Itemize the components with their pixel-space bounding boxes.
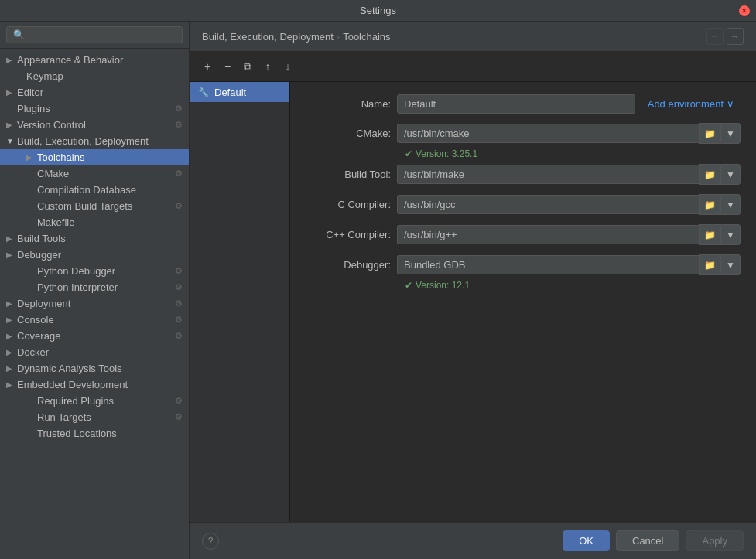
debugger-input[interactable] [397, 255, 699, 274]
name-input[interactable] [397, 94, 635, 114]
sidebar-item-keymap[interactable]: Keymap [0, 68, 189, 84]
sidebar-item-toolchains[interactable]: ▶ Toolchains [0, 149, 189, 165]
c-compiler-input[interactable] [397, 195, 699, 214]
sidebar-item-build-execution-deployment[interactable]: ▼ Build, Execution, Deployment [0, 133, 189, 149]
bottom-bar: ? OK Cancel Apply [190, 522, 756, 559]
sidebar-item-label: Coverage [17, 330, 175, 342]
cpp-compiler-input-group: 📁 ▼ [397, 224, 741, 245]
sidebar-item-label: Debugger [17, 249, 183, 261]
arrow-icon: ▶ [6, 348, 15, 356]
content-area: Build, Execution, Deployment › Toolchain… [190, 22, 756, 559]
sidebar-item-deployment[interactable]: ▶ Deployment ⚙ [0, 295, 189, 312]
arrow-icon: ▶ [6, 251, 15, 259]
sidebar-item-label: Required Plugins [37, 395, 175, 407]
toolchains-panel: + − ⧉ ↑ ↓ 🔧 Default [190, 52, 756, 522]
sidebar-item-version-control[interactable]: ▶ Version Control ⚙ [0, 117, 189, 133]
build-tool-input-group: 📁 ▼ [397, 164, 741, 185]
sidebar-item-appearance-behavior[interactable]: ▶ Appearance & Behavior [0, 52, 189, 68]
settings-icon: ⚙ [175, 412, 183, 422]
sidebar-item-label: Embedded Development [17, 379, 183, 390]
sidebar-item-console[interactable]: ▶ Console ⚙ [0, 312, 189, 328]
sidebar-item-plugins[interactable]: Plugins ⚙ [0, 101, 189, 117]
sidebar-item-required-plugins[interactable]: Required Plugins ⚙ [0, 393, 189, 409]
sidebar-item-editor[interactable]: ▶ Editor [0, 84, 189, 101]
settings-icon: ⚙ [175, 169, 183, 179]
sidebar-item-label: Compilation Database [37, 184, 183, 196]
cpp-compiler-dropdown-button[interactable]: ▼ [720, 224, 741, 245]
toolchain-icon: 🔧 [197, 86, 210, 98]
sidebar-search-area [0, 22, 189, 49]
sidebar-item-label: Keymap [26, 70, 183, 82]
cmake-folder-button[interactable]: 📁 [699, 123, 720, 144]
sidebar-item-label: Plugins [17, 103, 175, 114]
arrow-icon: ▶ [6, 56, 15, 64]
toolchain-list-item[interactable]: 🔧 Default [190, 82, 289, 102]
sidebar-item-dynamic-analysis-tools[interactable]: ▶ Dynamic Analysis Tools [0, 360, 189, 377]
sidebar-item-label: Trusted Locations [37, 428, 183, 439]
arrow-icon: ▶ [6, 299, 15, 308]
tc-toolbar: + − ⧉ ↑ ↓ [190, 52, 756, 82]
sidebar-item-embedded-development[interactable]: ▶ Embedded Development [0, 377, 189, 393]
sidebar: ▶ Appearance & Behavior Keymap ▶ Editor … [0, 22, 190, 559]
sidebar-item-label: Build Tools [17, 233, 183, 244]
arrow-icon: ▶ [6, 315, 15, 324]
close-button[interactable]: ✕ [739, 5, 750, 16]
sidebar-item-coverage[interactable]: ▶ Coverage ⚙ [0, 328, 189, 344]
sidebar-item-python-interpreter[interactable]: Python Interpreter ⚙ [0, 279, 189, 295]
nav-forward-button[interactable]: → [727, 28, 744, 45]
build-tool-folder-button[interactable]: 📁 [699, 164, 720, 185]
copy-toolchain-button[interactable]: ⧉ [239, 58, 256, 75]
cpp-compiler-input[interactable] [397, 225, 699, 244]
sidebar-item-run-targets[interactable]: Run Targets ⚙ [0, 409, 189, 425]
sidebar-item-compilation-database[interactable]: Compilation Database [0, 182, 189, 198]
sidebar-item-python-debugger[interactable]: Python Debugger ⚙ [0, 263, 189, 279]
ok-button[interactable]: OK [563, 530, 610, 551]
tc-body: 🔧 Default Name: Add environment ∨ [190, 82, 756, 522]
sidebar-item-build-tools[interactable]: ▶ Build Tools [0, 230, 189, 247]
sidebar-item-debugger[interactable]: ▶ Debugger [0, 247, 189, 263]
add-toolchain-button[interactable]: + [199, 58, 216, 75]
sidebar-item-trusted-locations[interactable]: Trusted Locations [0, 425, 189, 441]
cmake-label: CMake: [306, 128, 391, 139]
help-button[interactable]: ? [202, 533, 219, 550]
build-tool-row: Build Tool: 📁 ▼ [306, 164, 741, 185]
build-tool-input[interactable] [397, 165, 699, 184]
apply-button[interactable]: Apply [686, 530, 744, 551]
build-tool-dropdown-button[interactable]: ▼ [720, 164, 741, 185]
move-up-button[interactable]: ↑ [259, 58, 276, 75]
sidebar-item-label: Appearance & Behavior [17, 54, 183, 66]
name-row: Name: Add environment ∨ [306, 94, 741, 114]
settings-icon: ⚙ [175, 331, 183, 341]
sidebar-item-makefile[interactable]: Makefile [0, 214, 189, 230]
cpp-compiler-folder-button[interactable]: 📁 [699, 224, 720, 245]
sidebar-item-custom-build-targets[interactable]: Custom Build Targets ⚙ [0, 198, 189, 214]
toolchain-item-label: Default [214, 87, 246, 98]
nav-back-button[interactable]: ← [706, 28, 724, 45]
cmake-input[interactable] [397, 124, 699, 143]
cancel-button[interactable]: Cancel [616, 530, 679, 551]
arrow-icon: ▶ [6, 121, 15, 129]
c-compiler-label: C Compiler: [306, 199, 391, 210]
c-compiler-input-group: 📁 ▼ [397, 194, 741, 215]
sidebar-item-docker[interactable]: ▶ Docker [0, 344, 189, 360]
remove-toolchain-button[interactable]: − [219, 58, 236, 75]
arrow-icon: ▶ [6, 234, 15, 243]
settings-icon: ⚙ [175, 104, 183, 114]
c-compiler-dropdown-button[interactable]: ▼ [720, 194, 741, 215]
title-bar: Settings ✕ [0, 0, 756, 22]
debugger-folder-button[interactable]: 📁 [699, 254, 720, 275]
debugger-input-group: 📁 ▼ [397, 254, 741, 275]
sidebar-tree: ▶ Appearance & Behavior Keymap ▶ Editor … [0, 49, 189, 559]
settings-icon: ⚙ [175, 266, 183, 276]
cpp-compiler-row: C++ Compiler: 📁 ▼ [306, 224, 741, 245]
c-compiler-folder-button[interactable]: 📁 [699, 194, 720, 215]
debugger-dropdown-button[interactable]: ▼ [720, 254, 741, 275]
cmake-input-group: 📁 ▼ [397, 123, 741, 144]
move-down-button[interactable]: ↓ [279, 58, 296, 75]
add-environment-button[interactable]: Add environment ∨ [641, 95, 741, 113]
c-compiler-row: C Compiler: 📁 ▼ [306, 194, 741, 215]
search-input[interactable] [6, 26, 183, 43]
cmake-dropdown-button[interactable]: ▼ [720, 123, 741, 144]
cmake-row: CMake: 📁 ▼ [306, 123, 741, 144]
sidebar-item-cmake[interactable]: CMake ⚙ [0, 165, 189, 182]
